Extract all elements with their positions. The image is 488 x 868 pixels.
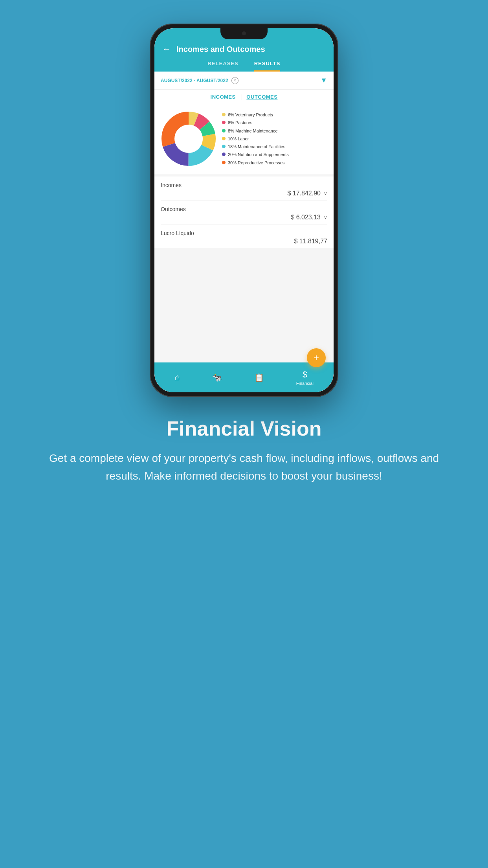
legend-label-maintenance: 18% Maintenance of Facilities bbox=[228, 144, 285, 149]
camera-dot bbox=[242, 31, 246, 35]
incomes-label: Incomes bbox=[161, 182, 327, 188]
bottom-nav: ⌂ 🐄 📋 $ Financial bbox=[154, 362, 334, 392]
legend-item: 10% Labor bbox=[222, 136, 329, 142]
chevron-down-icon: ∨ bbox=[324, 215, 327, 220]
legend-item: 8% Pastures bbox=[222, 120, 329, 125]
tab-results[interactable]: RESULTS bbox=[254, 61, 281, 72]
main-heading: Financial Vision bbox=[31, 417, 457, 440]
legend-dot-veterinary bbox=[222, 113, 226, 116]
fab-add-button[interactable]: + bbox=[307, 348, 326, 367]
financial-section: Incomes $ 17.842,90 ∨ Outcomes $ 6.023,1… bbox=[154, 177, 334, 248]
legend-label-labor: 10% Labor bbox=[228, 136, 249, 142]
financial-icon: $ bbox=[303, 370, 307, 380]
phone-mockup: ← Incomes and Outcomes RELEASES RESULTS … bbox=[150, 24, 338, 397]
toggle-row: INCOMES | OUTCOMES bbox=[154, 90, 334, 104]
outcomes-label: Outcomes bbox=[161, 206, 327, 212]
outcomes-amount: $ 6.023,13 bbox=[291, 214, 321, 221]
nav-item-financial[interactable]: $ Financial bbox=[292, 368, 318, 387]
header-title: Incomes and Outcomes bbox=[176, 45, 265, 54]
chevron-down-icon: ∨ bbox=[324, 191, 327, 196]
nav-item-livestock[interactable]: 🐄 bbox=[207, 371, 227, 384]
phone-outer: ← Incomes and Outcomes RELEASES RESULTS … bbox=[150, 24, 338, 397]
legend-dot-pastures bbox=[222, 121, 226, 124]
legend-item: 18% Maintenance of Facilities bbox=[222, 144, 329, 149]
donut-chart bbox=[159, 109, 218, 168]
screen: ← Incomes and Outcomes RELEASES RESULTS … bbox=[154, 28, 334, 392]
lucro-row: Lucro Líquido $ 11.819,77 bbox=[161, 224, 327, 248]
notch bbox=[220, 28, 268, 39]
date-range: AUGUST/2022 - AUGUST/2022 × bbox=[161, 77, 238, 84]
sub-description: Get a complete view of your property's c… bbox=[31, 450, 457, 485]
lucro-label: Lucro Líquido bbox=[161, 230, 327, 236]
toggle-outcomes[interactable]: OUTCOMES bbox=[246, 94, 277, 100]
legend-dot-reproductive bbox=[222, 161, 226, 164]
date-range-text: AUGUST/2022 - AUGUST/2022 bbox=[161, 78, 228, 83]
legend-item: 6% Veterinary Products bbox=[222, 112, 329, 118]
chart-legend: 6% Veterinary Products 8% Pastures 8% Ma… bbox=[222, 112, 329, 166]
close-filter-button[interactable]: × bbox=[231, 77, 238, 84]
legend-label-veterinary: 6% Veterinary Products bbox=[228, 112, 273, 118]
legend-label-nutrition: 20% Nutrition and Supplements bbox=[228, 152, 289, 157]
legend-label-pastures: 8% Pastures bbox=[228, 120, 252, 125]
legend-label-machine: 8% Machine Maintenance bbox=[228, 128, 278, 134]
legend-dot-maintenance bbox=[222, 145, 226, 148]
outcomes-row[interactable]: Outcomes $ 6.023,13 ∨ bbox=[161, 200, 327, 224]
legend-dot-nutrition bbox=[222, 153, 226, 156]
bottom-text-section: Financial Vision Get a complete view of … bbox=[0, 417, 488, 485]
svg-point-7 bbox=[176, 126, 202, 152]
legend-dot-machine bbox=[222, 129, 226, 132]
incomes-amount: $ 17.842,90 bbox=[287, 190, 321, 197]
phone-inner: ← Incomes and Outcomes RELEASES RESULTS … bbox=[154, 28, 334, 392]
chart-section: 6% Veterinary Products 8% Pastures 8% Ma… bbox=[154, 104, 334, 174]
toggle-incomes[interactable]: INCOMES bbox=[211, 94, 236, 100]
home-icon: ⌂ bbox=[174, 372, 180, 383]
tab-bar: RELEASES RESULTS bbox=[162, 61, 326, 72]
back-button[interactable]: ← bbox=[162, 44, 171, 54]
tasks-icon: 📋 bbox=[254, 373, 264, 382]
filter-icon[interactable]: ▼ bbox=[320, 76, 327, 85]
nav-item-tasks[interactable]: 📋 bbox=[250, 371, 269, 384]
financial-label: Financial bbox=[296, 381, 314, 386]
livestock-icon: 🐄 bbox=[212, 373, 222, 382]
incomes-row[interactable]: Incomes $ 17.842,90 ∨ bbox=[161, 177, 327, 200]
toggle-divider: | bbox=[240, 94, 242, 100]
tab-releases[interactable]: RELEASES bbox=[208, 61, 238, 72]
legend-label-reproductive: 30% Reproductive Processes bbox=[228, 160, 284, 166]
legend-dot-labor bbox=[222, 137, 226, 140]
legend-item: 20% Nutrition and Supplements bbox=[222, 152, 329, 157]
content-area: AUGUST/2022 - AUGUST/2022 × ▼ INCOMES | … bbox=[154, 72, 334, 392]
filter-bar: AUGUST/2022 - AUGUST/2022 × ▼ bbox=[154, 72, 334, 90]
legend-item: 8% Machine Maintenance bbox=[222, 128, 329, 134]
nav-item-home[interactable]: ⌂ bbox=[170, 371, 184, 384]
legend-item: 30% Reproductive Processes bbox=[222, 160, 329, 166]
lucro-amount: $ 11.819,77 bbox=[294, 238, 327, 245]
